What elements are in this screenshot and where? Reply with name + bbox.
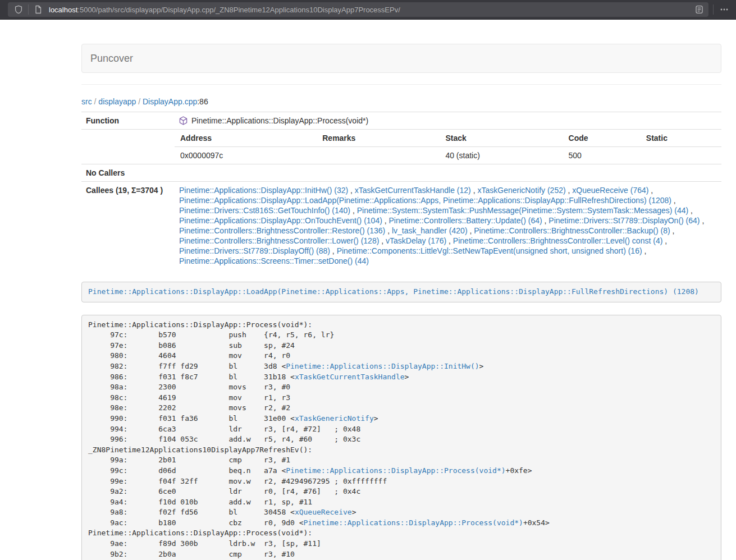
callee-link[interactable]: Pinetime::Controllers::BrightnessControl… bbox=[474, 226, 670, 235]
callee-link[interactable]: Pinetime::Controllers::BrightnessControl… bbox=[453, 236, 662, 245]
callee-link[interactable]: Pinetime::Drivers::Cst816S::GetTouchInfo… bbox=[179, 206, 350, 215]
loadapp-link[interactable]: Pinetime::Applications::DisplayApp::Load… bbox=[88, 287, 699, 296]
details-value: 40 (static) bbox=[440, 147, 563, 164]
callee-link[interactable]: Pinetime::Controllers::BrightnessControl… bbox=[179, 226, 385, 235]
callee-link[interactable]: Pinetime::Drivers::St7789::DisplayOff() … bbox=[179, 246, 330, 255]
browser-toolbar: localhost:5000/path/src/displayapp/Displ… bbox=[0, 0, 736, 20]
overflow-menu-button[interactable] bbox=[718, 3, 730, 16]
details-value: 0x0000097c bbox=[175, 147, 317, 164]
breadcrumb-link[interactable]: DisplayApp.cpp bbox=[143, 97, 197, 106]
disassembly: Pinetime::Applications::DisplayApp::Proc… bbox=[81, 315, 721, 560]
brand-link[interactable]: Puncover bbox=[82, 53, 141, 65]
callees-separator: , bbox=[700, 216, 705, 225]
callee-link[interactable]: xTaskGenericNotify (252) bbox=[477, 186, 565, 195]
details-value bbox=[317, 147, 440, 164]
function-row-label: Function bbox=[81, 112, 175, 130]
no-callers-row: No Callers bbox=[81, 164, 721, 182]
details-col-header: Code bbox=[563, 130, 641, 147]
shield-icon[interactable] bbox=[12, 3, 25, 16]
callee-link[interactable]: Pinetime::Controllers::BrightnessControl… bbox=[179, 236, 379, 245]
callees-separator: , bbox=[688, 206, 693, 215]
callee-link[interactable]: Pinetime::Components::LittleVgl::SetNewT… bbox=[337, 246, 642, 255]
callees-separator: , bbox=[382, 216, 389, 225]
callee-link[interactable]: Pinetime::Applications::DisplayApp::OnTo… bbox=[179, 216, 382, 225]
breadcrumb-line-number: :86 bbox=[197, 97, 208, 106]
breadcrumb-separator: / bbox=[136, 97, 143, 106]
function-details-row: AddressRemarksStackCodeStatic 0x0000097c… bbox=[81, 130, 721, 164]
callees-row: Callees (19, Σ=3704 ) Pinetime::Applicat… bbox=[81, 182, 721, 270]
page-icon[interactable] bbox=[32, 3, 44, 16]
url-bar[interactable]: localhost:5000/path/src/displayapp/Displ… bbox=[8, 2, 708, 17]
reader-mode-icon[interactable] bbox=[693, 3, 705, 16]
callees-separator: , bbox=[379, 236, 386, 245]
disasm-symbol-link[interactable]: xTaskGenericNotify bbox=[295, 414, 374, 423]
callee-link[interactable]: Pinetime::System::SystemTask::PushMessag… bbox=[357, 206, 689, 215]
callee-link[interactable]: Pinetime::Drivers::St7789::DisplayOn() (… bbox=[548, 216, 700, 225]
function-table: Function Pinetime::Applications::Display… bbox=[81, 112, 721, 269]
callee-link[interactable]: vTaskDelay (176) bbox=[386, 236, 446, 245]
callees-label: Callees (19, Σ=3704 ) bbox=[81, 182, 175, 270]
disasm-symbol-link[interactable]: Pinetime::Applications::DisplayApp::Proc… bbox=[286, 466, 505, 475]
callees-separator: , bbox=[566, 186, 573, 195]
details-col-header: Address bbox=[175, 130, 317, 147]
callee-link[interactable]: Pinetime::Controllers::Battery::Update()… bbox=[389, 216, 542, 225]
navbar: Puncover bbox=[81, 44, 721, 73]
details-value-row: 0x0000097c40 (static)500 bbox=[175, 147, 721, 164]
function-details-table: AddressRemarksStackCodeStatic 0x0000097c… bbox=[175, 130, 721, 164]
callees-separator: , bbox=[542, 216, 549, 225]
callees-separator: , bbox=[662, 236, 667, 245]
breadcrumb: src / displayapp / DisplayApp.cpp:86 bbox=[81, 96, 721, 107]
urlbar-divider bbox=[28, 4, 29, 15]
callees-separator: , bbox=[468, 226, 474, 235]
breadcrumb-link[interactable]: src bbox=[81, 97, 92, 106]
divider-rule bbox=[81, 84, 721, 85]
details-header-row: AddressRemarksStackCodeStatic bbox=[175, 130, 721, 147]
details-col-header: Remarks bbox=[317, 130, 440, 147]
callees-separator: , bbox=[350, 206, 357, 215]
loadapp-snippet: Pinetime::Applications::DisplayApp::Load… bbox=[81, 282, 721, 302]
no-callers-label: No Callers bbox=[81, 164, 175, 182]
callees-separator: , bbox=[446, 236, 453, 245]
breadcrumb-separator: / bbox=[92, 97, 99, 106]
function-row: Function Pinetime::Applications::Display… bbox=[81, 112, 721, 130]
details-value: 500 bbox=[563, 147, 641, 164]
url-path: :5000/path/src/displayapp/DisplayApp.cpp… bbox=[77, 6, 400, 14]
details-col-header: Static bbox=[641, 130, 721, 147]
callees-separator: , bbox=[671, 196, 676, 205]
callees-list: Pinetime::Applications::DisplayApp::Init… bbox=[175, 182, 721, 270]
disasm-symbol-link[interactable]: xTaskGetCurrentTaskHandle bbox=[295, 373, 405, 381]
details-row-spacer bbox=[81, 130, 175, 164]
callee-link[interactable]: xQueueReceive (764) bbox=[572, 186, 648, 195]
callees-separator: , bbox=[330, 246, 337, 255]
callee-link[interactable]: xTaskGetCurrentTaskHandle (12) bbox=[355, 186, 471, 195]
details-col-header: Stack bbox=[440, 130, 563, 147]
callee-link[interactable]: Pinetime::Applications::DisplayApp::Init… bbox=[179, 186, 348, 195]
callees-separator: , bbox=[471, 186, 478, 195]
toolbar-divider bbox=[713, 4, 714, 15]
disasm-symbol-link[interactable]: Pinetime::Applications::DisplayApp::Init… bbox=[286, 362, 479, 370]
callees-separator: , bbox=[385, 226, 392, 235]
callees-separator: , bbox=[642, 246, 647, 255]
callee-link[interactable]: lv_task_handler (420) bbox=[392, 226, 468, 235]
callees-separator: , bbox=[648, 186, 653, 195]
page-container: Puncover src / displayapp / DisplayApp.c… bbox=[81, 44, 721, 560]
details-value bbox=[641, 147, 721, 164]
callee-link[interactable]: Pinetime::Applications::DisplayApp::Load… bbox=[179, 196, 671, 205]
url-host: localhost bbox=[49, 6, 77, 14]
disasm-symbol-link[interactable]: xQueueReceive bbox=[295, 508, 352, 516]
url-text: localhost:5000/path/src/displayapp/Displ… bbox=[49, 6, 400, 14]
callees-separator: , bbox=[670, 226, 675, 235]
package-icon bbox=[179, 116, 188, 125]
disasm-symbol-link[interactable]: Pinetime::Applications::DisplayApp::Proc… bbox=[304, 518, 523, 527]
function-name: Pinetime::Applications::DisplayApp::Proc… bbox=[191, 116, 368, 126]
breadcrumb-link[interactable]: displayapp bbox=[98, 97, 136, 106]
callees-separator: , bbox=[348, 186, 355, 195]
callee-link[interactable]: Pinetime::Applications::Screens::Timer::… bbox=[179, 256, 369, 265]
